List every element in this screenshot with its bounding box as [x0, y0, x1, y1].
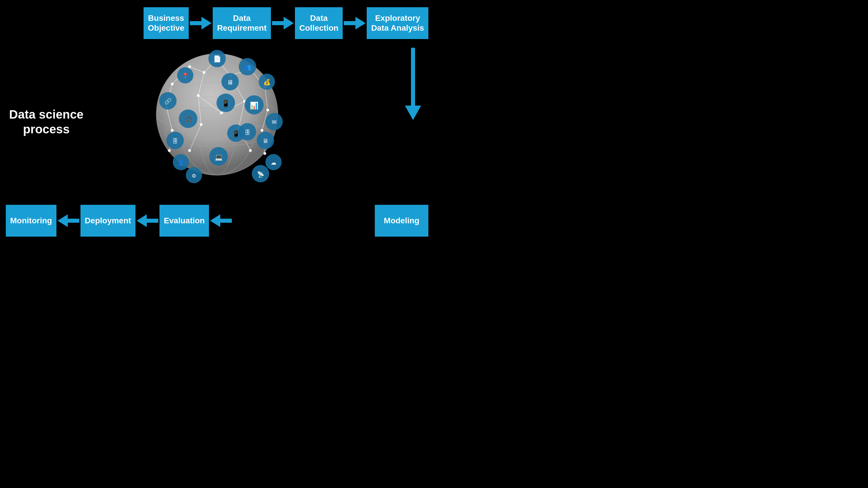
svg-text:📊: 📊: [250, 101, 258, 109]
svg-text:👤: 👤: [178, 159, 185, 166]
arrow-bottom-1: [58, 214, 79, 227]
svg-point-46: [220, 111, 223, 114]
step-box-modeling: Modeling: [375, 205, 428, 237]
arrow-3: [344, 17, 366, 30]
svg-point-44: [200, 123, 203, 126]
main-title: Data science process: [6, 107, 87, 136]
step-box-data-collection: Data Collection: [295, 7, 343, 39]
svg-point-32: [260, 129, 264, 132]
step-box-deployment: Deployment: [81, 205, 135, 237]
step-box-exploratory-data-analysis: Exploratory Data Analysis: [367, 7, 428, 39]
svg-point-45: [188, 149, 191, 152]
svg-point-38: [171, 129, 174, 132]
svg-text:💻: 💻: [215, 153, 223, 161]
svg-text:🖥: 🖥: [262, 137, 268, 144]
svg-point-36: [171, 83, 174, 85]
svg-text:☁: ☁: [271, 159, 276, 165]
main-layout: Business Objective Data Requirement Data…: [0, 0, 434, 244]
svg-point-34: [203, 71, 206, 74]
svg-text:📍: 📍: [182, 72, 189, 79]
svg-point-39: [168, 149, 171, 152]
svg-text:🎧: 🎧: [184, 115, 192, 123]
svg-text:📱: 📱: [221, 99, 230, 107]
svg-text:💰: 💰: [264, 78, 271, 85]
step-box-monitoring: Monitoring: [6, 205, 56, 237]
arrow-1: [190, 17, 212, 30]
vertical-arrow: [405, 48, 421, 120]
step-box-business-objective: Business Objective: [144, 7, 189, 39]
svg-text:⚙: ⚙: [192, 173, 196, 178]
svg-point-35: [188, 65, 191, 68]
svg-text:📄: 📄: [213, 55, 221, 63]
svg-text:🗄: 🗄: [245, 129, 250, 135]
middle-section: Data science process: [6, 39, 428, 205]
top-row: Business Objective Data Requirement Data…: [6, 7, 428, 39]
svg-text:🖥: 🖥: [227, 78, 233, 86]
svg-text:👥: 👥: [244, 63, 251, 70]
bottom-row: Monitoring Deployment Evaluation Modelin…: [6, 205, 428, 237]
globe-graphic: 📄 👥 💰 🖥 📊 ✉ 🖥: [141, 38, 294, 191]
svg-text:📡: 📡: [257, 171, 264, 177]
svg-point-43: [197, 94, 200, 97]
step-box-evaluation: Evaluation: [159, 205, 209, 237]
arrow-2: [272, 17, 294, 30]
svg-point-33: [264, 152, 266, 155]
svg-point-42: [249, 149, 252, 152]
svg-text:🗄: 🗄: [172, 138, 178, 144]
step-box-data-requirement: Data Requirement: [213, 7, 271, 39]
svg-point-31: [266, 108, 269, 111]
arrow-bottom-2: [136, 214, 158, 227]
svg-text:✉: ✉: [272, 119, 277, 125]
arrow-bottom-3: [210, 214, 232, 227]
svg-text:🔗: 🔗: [164, 97, 172, 104]
